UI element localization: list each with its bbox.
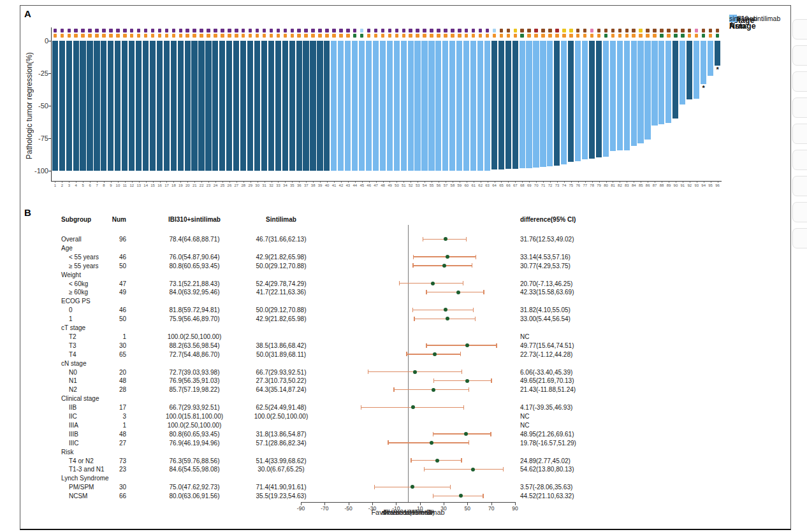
side-toolbar-button[interactable] <box>792 202 807 222</box>
tstage-marker <box>702 29 706 32</box>
x-axis-line <box>51 181 722 182</box>
num-cell: 28 <box>96 386 126 393</box>
num-cell: 1 <box>96 422 126 429</box>
arm2-cell: 66.7(29.93,92.51) <box>233 369 329 376</box>
subgroup-label: NCSM <box>69 492 87 500</box>
waterfall-bar <box>658 41 664 124</box>
waterfall-bar <box>644 41 650 140</box>
subgroup-label: IIIC <box>69 440 79 447</box>
difference-cell: 33.00(5.44,56.54) <box>520 315 571 322</box>
tstage-marker <box>318 29 322 32</box>
side-toolbar-button[interactable] <box>792 150 807 170</box>
side-toolbar-button[interactable] <box>792 124 807 144</box>
ci-cap-right <box>476 255 476 259</box>
arm2-cell: 46.7(31.66,62.13) <box>233 236 329 243</box>
waterfall-bar <box>73 41 79 171</box>
num-cell: 50 <box>96 315 126 322</box>
arm1-cell: 76.9(56.35,91.03) <box>147 377 242 384</box>
ci-cap-left <box>414 317 414 321</box>
waterfall-bar <box>505 41 511 169</box>
ci-cap-left <box>412 263 413 268</box>
side-toolbar-button[interactable] <box>792 228 807 248</box>
waterfall-bar <box>94 41 99 171</box>
side-toolbar-button[interactable] <box>792 45 807 66</box>
nstage-marker <box>618 34 622 38</box>
tstage-marker <box>709 29 713 32</box>
tstage-marker <box>437 29 440 32</box>
side-toolbar-button[interactable] <box>792 97 807 118</box>
waterfall-bar <box>498 41 504 169</box>
ci-cap-left <box>368 370 368 374</box>
tstage-marker <box>430 29 433 32</box>
waterfall-bar <box>66 41 72 171</box>
side-toolbar-button[interactable] <box>792 176 807 196</box>
nstage-marker <box>660 34 664 38</box>
nstage-marker <box>221 34 224 38</box>
tstage-marker <box>185 29 189 32</box>
waterfall-bar <box>477 41 483 171</box>
ci-cap-left <box>406 352 407 356</box>
side-toolbar-button[interactable] <box>792 71 807 92</box>
subgroup-label: N1 <box>69 377 77 384</box>
waterfall-bar <box>414 41 420 171</box>
waterfall-bar <box>122 41 127 171</box>
arm2-cell: 50.0(29.12,70.88) <box>233 262 329 270</box>
nstage-marker <box>709 34 713 38</box>
subgroup-label: Lynch Syndrome <box>61 475 109 482</box>
tstage-marker <box>646 29 650 32</box>
tstage-marker <box>367 29 371 32</box>
panel-a-label: A <box>24 8 31 19</box>
waterfall-bar <box>352 41 358 171</box>
y-axis-tick <box>48 106 51 106</box>
legend-arm-title: Arm <box>729 22 745 31</box>
tstage-marker <box>137 29 141 32</box>
waterfall-bar <box>80 41 85 171</box>
waterfall-bar <box>520 41 525 168</box>
num-cell: 48 <box>96 377 126 384</box>
significance-asterisk: * <box>715 66 720 73</box>
ci-cap-left <box>388 440 388 445</box>
nstage-marker <box>297 34 301 38</box>
column-header-difference: difference(95% CI) <box>520 216 576 223</box>
y-tick-label: -25 <box>29 69 48 77</box>
tstage-marker <box>493 29 497 32</box>
nstage-marker <box>590 34 594 38</box>
tstage-marker <box>541 29 545 32</box>
nstage-marker <box>242 34 245 38</box>
tstage-marker <box>54 29 57 32</box>
ci-cap-left <box>412 308 413 312</box>
tstage-marker <box>214 29 217 32</box>
waterfall-bar <box>324 41 330 171</box>
tstage-marker <box>123 29 127 32</box>
arm2-cell: 50.0(31.89,68.11) <box>233 351 329 358</box>
nstage-marker <box>639 34 643 38</box>
waterfall-bar <box>408 41 414 171</box>
nstage-marker <box>409 34 412 38</box>
subgroup-label: cT stage <box>61 324 85 331</box>
side-toolbar-button[interactable] <box>792 19 807 40</box>
ci-cap-right <box>460 352 461 356</box>
nstage-marker <box>61 34 64 38</box>
forest-point <box>411 405 415 409</box>
waterfall-bar <box>303 41 309 171</box>
tstage-marker <box>284 29 287 32</box>
waterfall-bar <box>708 41 713 76</box>
waterfall-bar <box>282 41 288 171</box>
arm1-cell: 75.0(47.62,92.73) <box>147 484 242 491</box>
waterfall-bar <box>52 41 58 171</box>
nstage-marker <box>207 34 210 38</box>
difference-cell: 20.70(-7.13,46.25) <box>520 280 572 287</box>
forest-point <box>464 432 468 436</box>
arm2-cell: 41.7(22.11,63.36) <box>233 289 329 296</box>
subgroup-label: T4 or N2 <box>69 457 94 464</box>
forest-point <box>411 485 414 489</box>
difference-cell: 24.89(2.77,45.02) <box>520 457 571 464</box>
nstage-marker <box>144 34 148 38</box>
nstage-marker <box>74 34 78 38</box>
y-axis-line <box>51 27 52 181</box>
waterfall-bar <box>513 41 518 169</box>
num-cell: 30 <box>96 484 126 491</box>
tstage-marker <box>228 29 231 32</box>
y-tick-label: -50 <box>29 102 48 110</box>
ci-cap-left <box>374 485 375 489</box>
